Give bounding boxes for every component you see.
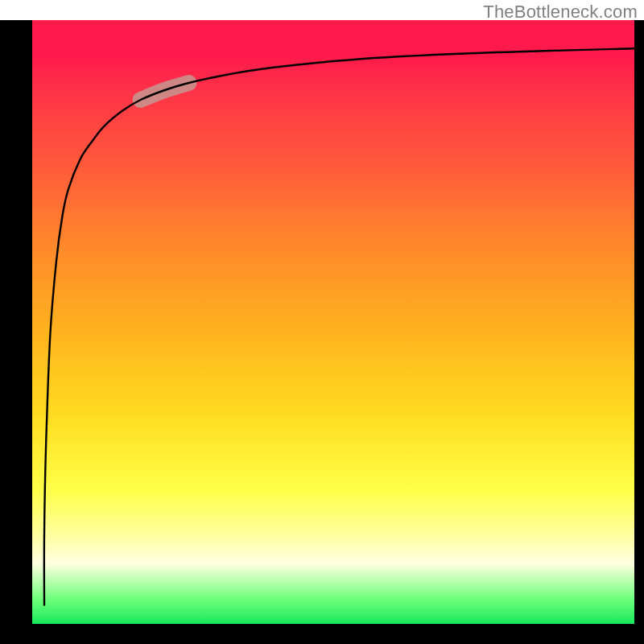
bottleneck-curve [44, 48, 634, 605]
axis-right [634, 20, 644, 624]
curve-layer [32, 20, 634, 624]
plot-area [32, 20, 634, 624]
chart-stage: TheBottleneck.com [0, 0, 644, 644]
axis-bottom [0, 624, 644, 644]
axis-left [0, 20, 32, 624]
